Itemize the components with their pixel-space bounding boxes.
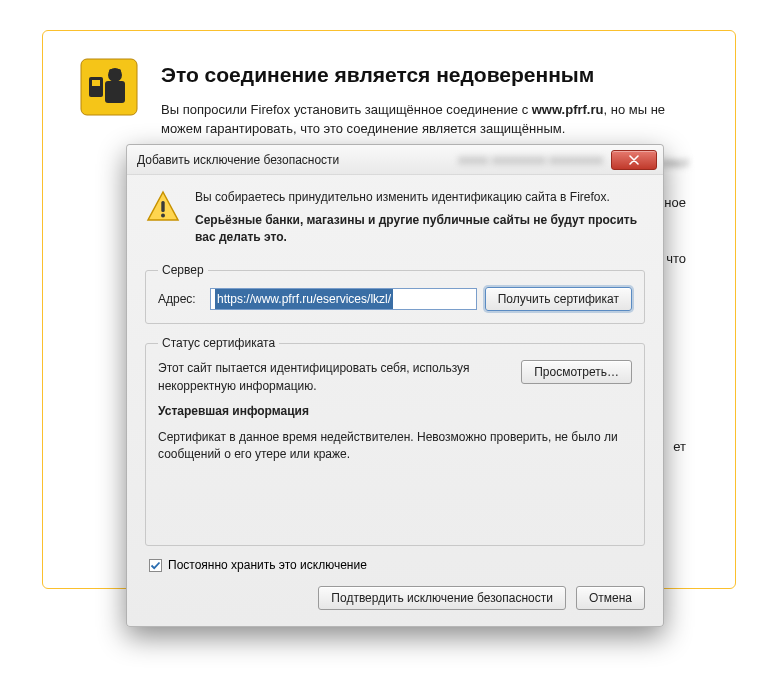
svg-point-7	[161, 214, 165, 218]
address-input[interactable]: https://www.pfrf.ru/eservices/lkzl/	[210, 288, 477, 310]
add-security-exception-dialog: Добавить исключение безопасности xxxxx x…	[126, 144, 664, 627]
svg-rect-4	[92, 80, 100, 86]
checkmark-icon	[150, 560, 161, 571]
obscured-fragment: ет	[673, 439, 686, 454]
stale-info-heading: Устаревшая информация	[158, 403, 632, 420]
close-icon	[629, 155, 639, 165]
warning-icon	[145, 189, 181, 251]
svg-rect-6	[161, 201, 164, 212]
page-intro: Вы попросили Firefox установить защищённ…	[161, 101, 699, 139]
svg-rect-5	[109, 69, 121, 74]
close-button[interactable]	[611, 150, 657, 170]
server-fieldset: Сервер Адрес: https://www.pfrf.ru/eservi…	[145, 263, 645, 324]
confirm-exception-button[interactable]: Подтвердить исключение безопасности	[318, 586, 566, 610]
dialog-title: Добавить исключение безопасности	[137, 153, 458, 167]
dialog-intro: Вы собираетесь принудительно изменить ид…	[195, 189, 645, 206]
cert-status-desc: Этот сайт пытается идентифицировать себя…	[158, 360, 511, 395]
dialog-warning: Серьёзные банки, магазины и другие публи…	[195, 212, 645, 246]
cert-status-fieldset: Статус сертификата Этот сайт пытается ид…	[145, 336, 645, 546]
cert-status-legend: Статус сертификата	[158, 336, 279, 350]
stale-info-text: Сертификат в данное время недействителен…	[158, 429, 632, 464]
page-title: Это соединение является недоверенным	[161, 63, 699, 87]
view-certificate-button[interactable]: Просмотреть…	[521, 360, 632, 384]
store-exception-checkbox[interactable]	[149, 559, 162, 572]
server-legend: Сервер	[158, 263, 208, 277]
address-label: Адрес:	[158, 292, 202, 306]
obscured-titlebar-text: xxxxx xxxxxxxxx xxxxxxxxx	[458, 153, 603, 167]
svg-rect-2	[105, 81, 125, 103]
dialog-titlebar[interactable]: Добавить исключение безопасности xxxxx x…	[127, 145, 663, 175]
store-exception-label: Постоянно хранить это исключение	[168, 558, 367, 572]
cancel-button[interactable]: Отмена	[576, 586, 645, 610]
get-certificate-button[interactable]: Получить сертификат	[485, 287, 632, 311]
